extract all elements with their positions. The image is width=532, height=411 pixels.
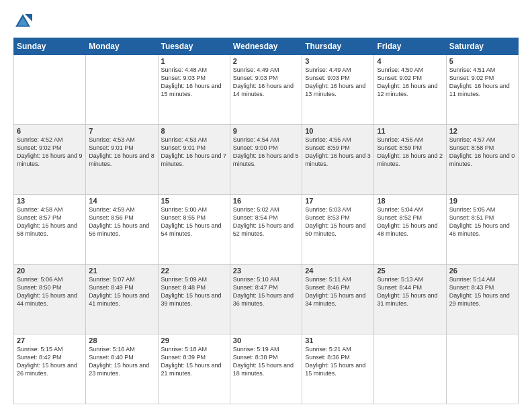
cell-daylight-info: Sunrise: 5:04 AM Sunset: 8:52 PM Dayligh… [377, 205, 443, 238]
weekday-header-friday: Friday [374, 38, 446, 55]
cell-daylight-info: Sunrise: 4:53 AM Sunset: 9:01 PM Dayligh… [161, 136, 227, 169]
cell-daylight-info: Sunrise: 5:10 AM Sunset: 8:47 PM Dayligh… [233, 275, 299, 308]
day-number: 18 [377, 197, 443, 205]
day-number: 20 [17, 267, 83, 275]
calendar-header-row: SundayMondayTuesdayWednesdayThursdayFrid… [14, 38, 519, 55]
calendar-cell: 4Sunrise: 4:50 AM Sunset: 9:02 PM Daylig… [374, 55, 446, 125]
cell-daylight-info: Sunrise: 4:59 AM Sunset: 8:56 PM Dayligh… [89, 205, 154, 238]
calendar-cell: 21Sunrise: 5:07 AM Sunset: 8:49 PM Dayli… [86, 265, 158, 334]
cell-daylight-info: Sunrise: 5:09 AM Sunset: 8:48 PM Dayligh… [161, 275, 227, 308]
day-number: 15 [161, 197, 227, 205]
calendar-cell: 19Sunrise: 5:05 AM Sunset: 8:51 PM Dayli… [446, 195, 518, 265]
cell-daylight-info: Sunrise: 5:15 AM Sunset: 8:42 PM Dayligh… [17, 345, 83, 378]
day-number: 10 [305, 127, 371, 135]
calendar-cell [446, 334, 518, 404]
day-number: 28 [89, 336, 154, 345]
calendar-cell: 1Sunrise: 4:48 AM Sunset: 9:03 PM Daylig… [158, 55, 230, 125]
logo-icon [13, 12, 32, 31]
calendar-cell: 20Sunrise: 5:06 AM Sunset: 8:50 PM Dayli… [14, 265, 86, 334]
calendar-cell [374, 334, 446, 404]
day-number: 1 [161, 57, 227, 65]
calendar-cell: 24Sunrise: 5:11 AM Sunset: 8:46 PM Dayli… [302, 265, 374, 334]
cell-daylight-info: Sunrise: 4:57 AM Sunset: 8:58 PM Dayligh… [449, 136, 515, 169]
cell-daylight-info: Sunrise: 4:48 AM Sunset: 9:03 PM Dayligh… [161, 66, 227, 99]
calendar-cell [14, 55, 86, 125]
calendar-cell: 13Sunrise: 4:58 AM Sunset: 8:57 PM Dayli… [14, 195, 86, 265]
cell-daylight-info: Sunrise: 4:50 AM Sunset: 9:02 PM Dayligh… [377, 66, 443, 99]
calendar-cell: 7Sunrise: 4:53 AM Sunset: 9:01 PM Daylig… [86, 125, 158, 195]
calendar-cell [86, 55, 158, 125]
day-number: 12 [449, 127, 515, 135]
calendar-cell: 10Sunrise: 4:55 AM Sunset: 8:59 PM Dayli… [302, 125, 374, 195]
calendar-cell: 3Sunrise: 4:49 AM Sunset: 9:03 PM Daylig… [302, 55, 374, 125]
cell-daylight-info: Sunrise: 5:03 AM Sunset: 8:53 PM Dayligh… [305, 205, 371, 238]
cell-daylight-info: Sunrise: 4:58 AM Sunset: 8:57 PM Dayligh… [17, 205, 83, 238]
day-number: 14 [89, 197, 154, 205]
calendar-cell: 23Sunrise: 5:10 AM Sunset: 8:47 PM Dayli… [230, 265, 302, 334]
calendar-week-3: 13Sunrise: 4:58 AM Sunset: 8:57 PM Dayli… [14, 195, 519, 265]
cell-daylight-info: Sunrise: 4:55 AM Sunset: 8:59 PM Dayligh… [305, 136, 371, 169]
cell-daylight-info: Sunrise: 4:49 AM Sunset: 9:03 PM Dayligh… [233, 66, 299, 99]
weekday-header-thursday: Thursday [302, 38, 374, 55]
calendar-cell: 29Sunrise: 5:18 AM Sunset: 8:39 PM Dayli… [158, 334, 230, 404]
day-number: 27 [17, 336, 83, 345]
cell-daylight-info: Sunrise: 4:51 AM Sunset: 9:02 PM Dayligh… [449, 66, 515, 99]
cell-daylight-info: Sunrise: 4:49 AM Sunset: 9:03 PM Dayligh… [305, 66, 371, 99]
calendar-cell: 14Sunrise: 4:59 AM Sunset: 8:56 PM Dayli… [86, 195, 158, 265]
calendar-cell: 27Sunrise: 5:15 AM Sunset: 8:42 PM Dayli… [14, 334, 86, 404]
weekday-header-sunday: Sunday [14, 38, 86, 55]
calendar-cell: 28Sunrise: 5:16 AM Sunset: 8:40 PM Dayli… [86, 334, 158, 404]
calendar-cell: 25Sunrise: 5:13 AM Sunset: 8:44 PM Dayli… [374, 265, 446, 334]
cell-daylight-info: Sunrise: 5:19 AM Sunset: 8:38 PM Dayligh… [233, 345, 299, 378]
day-number: 23 [233, 267, 299, 275]
cell-daylight-info: Sunrise: 4:54 AM Sunset: 9:00 PM Dayligh… [233, 136, 299, 169]
day-number: 11 [377, 127, 443, 135]
day-number: 8 [161, 127, 227, 135]
calendar-cell: 16Sunrise: 5:02 AM Sunset: 8:54 PM Dayli… [230, 195, 302, 265]
cell-daylight-info: Sunrise: 5:00 AM Sunset: 8:55 PM Dayligh… [161, 205, 227, 238]
day-number: 29 [161, 336, 227, 345]
header [13, 12, 519, 31]
weekday-header-tuesday: Tuesday [158, 38, 230, 55]
day-number: 7 [89, 127, 154, 135]
day-number: 22 [161, 267, 227, 275]
day-number: 16 [233, 197, 299, 205]
day-number: 13 [17, 197, 83, 205]
calendar-cell: 30Sunrise: 5:19 AM Sunset: 8:38 PM Dayli… [230, 334, 302, 404]
day-number: 6 [17, 127, 83, 135]
weekday-header-monday: Monday [86, 38, 158, 55]
cell-daylight-info: Sunrise: 5:07 AM Sunset: 8:49 PM Dayligh… [89, 275, 154, 308]
cell-daylight-info: Sunrise: 5:06 AM Sunset: 8:50 PM Dayligh… [17, 275, 83, 308]
page: SundayMondayTuesdayWednesdayThursdayFrid… [0, 0, 532, 411]
calendar-cell: 2Sunrise: 4:49 AM Sunset: 9:03 PM Daylig… [230, 55, 302, 125]
day-number: 3 [305, 57, 371, 65]
weekday-header-saturday: Saturday [446, 38, 518, 55]
calendar-week-5: 27Sunrise: 5:15 AM Sunset: 8:42 PM Dayli… [14, 334, 519, 404]
calendar-cell: 6Sunrise: 4:52 AM Sunset: 9:02 PM Daylig… [14, 125, 86, 195]
cell-daylight-info: Sunrise: 4:53 AM Sunset: 9:01 PM Dayligh… [89, 136, 154, 169]
cell-daylight-info: Sunrise: 4:56 AM Sunset: 8:59 PM Dayligh… [377, 136, 443, 169]
calendar-cell: 11Sunrise: 4:56 AM Sunset: 8:59 PM Dayli… [374, 125, 446, 195]
day-number: 19 [449, 197, 515, 205]
calendar-week-4: 20Sunrise: 5:06 AM Sunset: 8:50 PM Dayli… [14, 265, 519, 334]
day-number: 24 [305, 267, 371, 275]
calendar-cell: 5Sunrise: 4:51 AM Sunset: 9:02 PM Daylig… [446, 55, 518, 125]
calendar-cell: 22Sunrise: 5:09 AM Sunset: 8:48 PM Dayli… [158, 265, 230, 334]
calendar-cell: 17Sunrise: 5:03 AM Sunset: 8:53 PM Dayli… [302, 195, 374, 265]
day-number: 21 [89, 267, 154, 275]
calendar-cell: 18Sunrise: 5:04 AM Sunset: 8:52 PM Dayli… [374, 195, 446, 265]
calendar-week-1: 1Sunrise: 4:48 AM Sunset: 9:03 PM Daylig… [14, 55, 519, 125]
calendar-table: SundayMondayTuesdayWednesdayThursdayFrid… [13, 38, 519, 404]
cell-daylight-info: Sunrise: 5:14 AM Sunset: 8:43 PM Dayligh… [449, 275, 515, 308]
day-number: 2 [233, 57, 299, 65]
cell-daylight-info: Sunrise: 4:52 AM Sunset: 9:02 PM Dayligh… [17, 136, 83, 169]
calendar-week-2: 6Sunrise: 4:52 AM Sunset: 9:02 PM Daylig… [14, 125, 519, 195]
cell-daylight-info: Sunrise: 5:02 AM Sunset: 8:54 PM Dayligh… [233, 205, 299, 238]
day-number: 30 [233, 336, 299, 345]
calendar-cell: 26Sunrise: 5:14 AM Sunset: 8:43 PM Dayli… [446, 265, 518, 334]
day-number: 25 [377, 267, 443, 275]
cell-daylight-info: Sunrise: 5:11 AM Sunset: 8:46 PM Dayligh… [305, 275, 371, 308]
day-number: 26 [449, 267, 515, 275]
logo [13, 12, 35, 31]
calendar-cell: 15Sunrise: 5:00 AM Sunset: 8:55 PM Dayli… [158, 195, 230, 265]
